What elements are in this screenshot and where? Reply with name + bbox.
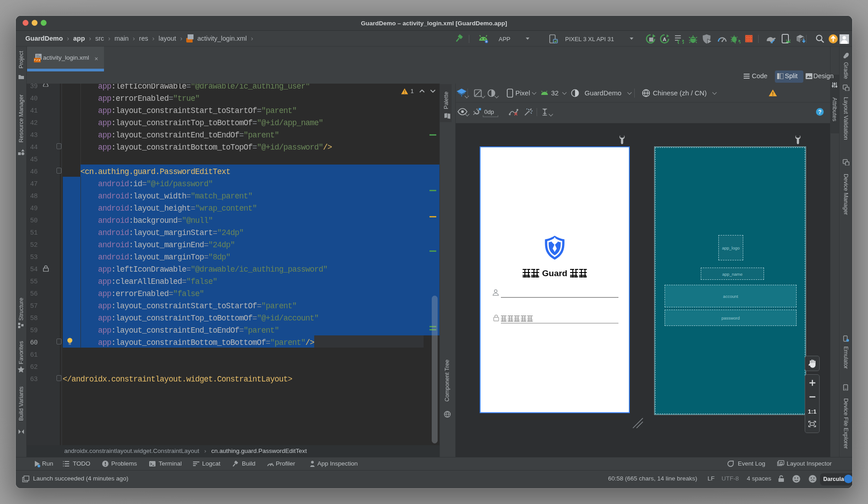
svg-text:?: ? [818, 109, 821, 115]
svg-text:A: A [663, 37, 666, 42]
